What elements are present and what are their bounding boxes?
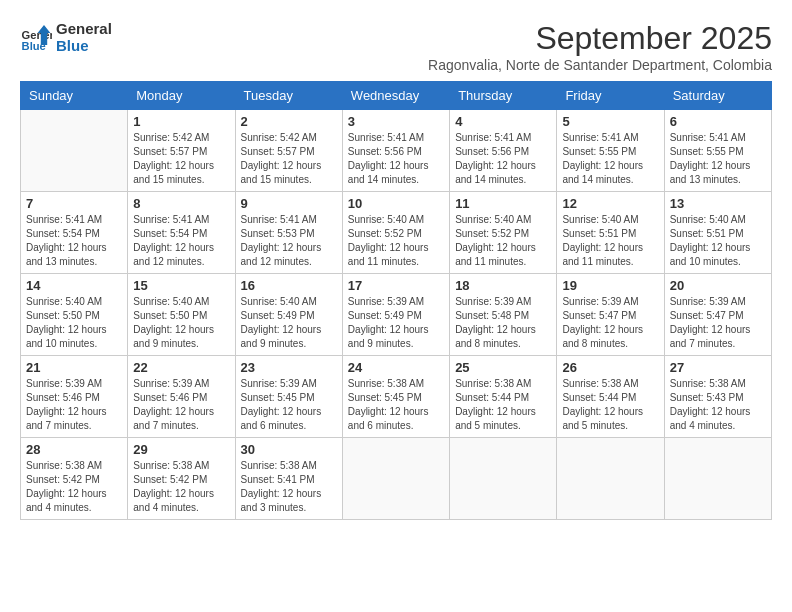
- day-number: 3: [348, 114, 444, 129]
- day-number: 24: [348, 360, 444, 375]
- day-number: 19: [562, 278, 658, 293]
- day-cell: 3Sunrise: 5:41 AM Sunset: 5:56 PM Daylig…: [342, 110, 449, 192]
- day-number: 6: [670, 114, 766, 129]
- day-cell: 25Sunrise: 5:38 AM Sunset: 5:44 PM Dayli…: [450, 356, 557, 438]
- day-cell: 14Sunrise: 5:40 AM Sunset: 5:50 PM Dayli…: [21, 274, 128, 356]
- day-info: Sunrise: 5:39 AM Sunset: 5:46 PM Dayligh…: [26, 377, 122, 433]
- day-cell: 10Sunrise: 5:40 AM Sunset: 5:52 PM Dayli…: [342, 192, 449, 274]
- day-cell: 28Sunrise: 5:38 AM Sunset: 5:42 PM Dayli…: [21, 438, 128, 520]
- day-info: Sunrise: 5:38 AM Sunset: 5:44 PM Dayligh…: [562, 377, 658, 433]
- day-cell: 1Sunrise: 5:42 AM Sunset: 5:57 PM Daylig…: [128, 110, 235, 192]
- day-info: Sunrise: 5:38 AM Sunset: 5:44 PM Dayligh…: [455, 377, 551, 433]
- day-cell: 12Sunrise: 5:40 AM Sunset: 5:51 PM Dayli…: [557, 192, 664, 274]
- day-info: Sunrise: 5:41 AM Sunset: 5:56 PM Dayligh…: [455, 131, 551, 187]
- day-number: 26: [562, 360, 658, 375]
- day-number: 30: [241, 442, 337, 457]
- day-info: Sunrise: 5:41 AM Sunset: 5:55 PM Dayligh…: [562, 131, 658, 187]
- day-cell: [21, 110, 128, 192]
- page-header: General Blue General Blue September 2025…: [20, 20, 772, 73]
- day-info: Sunrise: 5:41 AM Sunset: 5:54 PM Dayligh…: [26, 213, 122, 269]
- day-cell: 21Sunrise: 5:39 AM Sunset: 5:46 PM Dayli…: [21, 356, 128, 438]
- header-tuesday: Tuesday: [235, 82, 342, 110]
- day-cell: 5Sunrise: 5:41 AM Sunset: 5:55 PM Daylig…: [557, 110, 664, 192]
- header-wednesday: Wednesday: [342, 82, 449, 110]
- day-cell: 29Sunrise: 5:38 AM Sunset: 5:42 PM Dayli…: [128, 438, 235, 520]
- day-cell: 26Sunrise: 5:38 AM Sunset: 5:44 PM Dayli…: [557, 356, 664, 438]
- day-info: Sunrise: 5:40 AM Sunset: 5:52 PM Dayligh…: [455, 213, 551, 269]
- day-cell: 15Sunrise: 5:40 AM Sunset: 5:50 PM Dayli…: [128, 274, 235, 356]
- day-cell: 9Sunrise: 5:41 AM Sunset: 5:53 PM Daylig…: [235, 192, 342, 274]
- day-info: Sunrise: 5:38 AM Sunset: 5:41 PM Dayligh…: [241, 459, 337, 515]
- day-info: Sunrise: 5:39 AM Sunset: 5:47 PM Dayligh…: [670, 295, 766, 351]
- calendar-table: SundayMondayTuesdayWednesdayThursdayFrid…: [20, 81, 772, 520]
- header-saturday: Saturday: [664, 82, 771, 110]
- day-info: Sunrise: 5:38 AM Sunset: 5:43 PM Dayligh…: [670, 377, 766, 433]
- day-info: Sunrise: 5:39 AM Sunset: 5:46 PM Dayligh…: [133, 377, 229, 433]
- day-cell: 11Sunrise: 5:40 AM Sunset: 5:52 PM Dayli…: [450, 192, 557, 274]
- day-number: 28: [26, 442, 122, 457]
- day-number: 27: [670, 360, 766, 375]
- week-row-1: 7Sunrise: 5:41 AM Sunset: 5:54 PM Daylig…: [21, 192, 772, 274]
- day-number: 22: [133, 360, 229, 375]
- day-number: 20: [670, 278, 766, 293]
- header-monday: Monday: [128, 82, 235, 110]
- header-friday: Friday: [557, 82, 664, 110]
- day-info: Sunrise: 5:40 AM Sunset: 5:50 PM Dayligh…: [26, 295, 122, 351]
- week-row-2: 14Sunrise: 5:40 AM Sunset: 5:50 PM Dayli…: [21, 274, 772, 356]
- logo-icon: General Blue: [20, 21, 52, 53]
- day-cell: 24Sunrise: 5:38 AM Sunset: 5:45 PM Dayli…: [342, 356, 449, 438]
- day-info: Sunrise: 5:41 AM Sunset: 5:55 PM Dayligh…: [670, 131, 766, 187]
- header-sunday: Sunday: [21, 82, 128, 110]
- day-cell: 17Sunrise: 5:39 AM Sunset: 5:49 PM Dayli…: [342, 274, 449, 356]
- day-number: 1: [133, 114, 229, 129]
- day-number: 8: [133, 196, 229, 211]
- day-info: Sunrise: 5:40 AM Sunset: 5:51 PM Dayligh…: [562, 213, 658, 269]
- day-cell: 23Sunrise: 5:39 AM Sunset: 5:45 PM Dayli…: [235, 356, 342, 438]
- day-cell: 13Sunrise: 5:40 AM Sunset: 5:51 PM Dayli…: [664, 192, 771, 274]
- calendar-header-row: SundayMondayTuesdayWednesdayThursdayFrid…: [21, 82, 772, 110]
- week-row-0: 1Sunrise: 5:42 AM Sunset: 5:57 PM Daylig…: [21, 110, 772, 192]
- day-number: 4: [455, 114, 551, 129]
- day-cell: [342, 438, 449, 520]
- day-number: 25: [455, 360, 551, 375]
- day-number: 29: [133, 442, 229, 457]
- day-cell: 8Sunrise: 5:41 AM Sunset: 5:54 PM Daylig…: [128, 192, 235, 274]
- month-title: September 2025: [428, 20, 772, 57]
- logo-blue: Blue: [56, 37, 112, 54]
- title-block: September 2025 Ragonvalia, Norte de Sant…: [428, 20, 772, 73]
- logo-general: General: [56, 20, 112, 37]
- day-number: 9: [241, 196, 337, 211]
- subtitle: Ragonvalia, Norte de Santander Departmen…: [428, 57, 772, 73]
- day-info: Sunrise: 5:41 AM Sunset: 5:56 PM Dayligh…: [348, 131, 444, 187]
- day-number: 2: [241, 114, 337, 129]
- logo: General Blue General Blue: [20, 20, 112, 54]
- day-number: 10: [348, 196, 444, 211]
- day-info: Sunrise: 5:39 AM Sunset: 5:48 PM Dayligh…: [455, 295, 551, 351]
- day-cell: 2Sunrise: 5:42 AM Sunset: 5:57 PM Daylig…: [235, 110, 342, 192]
- day-number: 12: [562, 196, 658, 211]
- day-cell: 7Sunrise: 5:41 AM Sunset: 5:54 PM Daylig…: [21, 192, 128, 274]
- header-thursday: Thursday: [450, 82, 557, 110]
- day-cell: 4Sunrise: 5:41 AM Sunset: 5:56 PM Daylig…: [450, 110, 557, 192]
- day-info: Sunrise: 5:38 AM Sunset: 5:42 PM Dayligh…: [133, 459, 229, 515]
- day-number: 23: [241, 360, 337, 375]
- day-number: 15: [133, 278, 229, 293]
- day-info: Sunrise: 5:38 AM Sunset: 5:42 PM Dayligh…: [26, 459, 122, 515]
- day-cell: 22Sunrise: 5:39 AM Sunset: 5:46 PM Dayli…: [128, 356, 235, 438]
- day-info: Sunrise: 5:42 AM Sunset: 5:57 PM Dayligh…: [133, 131, 229, 187]
- day-info: Sunrise: 5:42 AM Sunset: 5:57 PM Dayligh…: [241, 131, 337, 187]
- day-number: 16: [241, 278, 337, 293]
- day-number: 17: [348, 278, 444, 293]
- day-cell: 20Sunrise: 5:39 AM Sunset: 5:47 PM Dayli…: [664, 274, 771, 356]
- day-number: 11: [455, 196, 551, 211]
- week-row-4: 28Sunrise: 5:38 AM Sunset: 5:42 PM Dayli…: [21, 438, 772, 520]
- day-info: Sunrise: 5:40 AM Sunset: 5:51 PM Dayligh…: [670, 213, 766, 269]
- day-cell: [664, 438, 771, 520]
- day-cell: 30Sunrise: 5:38 AM Sunset: 5:41 PM Dayli…: [235, 438, 342, 520]
- day-info: Sunrise: 5:40 AM Sunset: 5:50 PM Dayligh…: [133, 295, 229, 351]
- day-info: Sunrise: 5:39 AM Sunset: 5:47 PM Dayligh…: [562, 295, 658, 351]
- day-number: 5: [562, 114, 658, 129]
- day-cell: 19Sunrise: 5:39 AM Sunset: 5:47 PM Dayli…: [557, 274, 664, 356]
- day-number: 14: [26, 278, 122, 293]
- day-info: Sunrise: 5:38 AM Sunset: 5:45 PM Dayligh…: [348, 377, 444, 433]
